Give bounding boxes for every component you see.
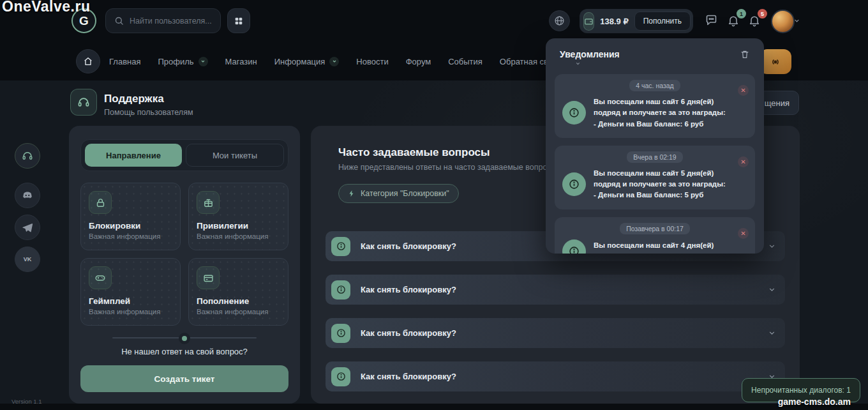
create-ticket-button[interactable]: Создать тикет [80, 365, 288, 392]
faq-question: Как снять блокировку? [361, 372, 456, 381]
wallet-icon [583, 12, 594, 31]
ticket-prompt: Не нашел ответ на свой вопрос? [80, 347, 288, 357]
user-avatar[interactable] [771, 10, 795, 33]
stream-live-button[interactable] [760, 49, 791, 74]
category-subtitle: Важная информация [197, 232, 280, 240]
messages-button[interactable] [705, 13, 718, 27]
close-icon[interactable]: ✕ [738, 85, 749, 96]
topup-button[interactable]: Пополнить [634, 11, 691, 31]
main-navigation: Главная Профиль Магазин Информация Новос… [109, 49, 575, 73]
tab-my-tickets[interactable]: Мои тикеты [186, 144, 284, 167]
logo-letter: G [79, 14, 89, 28]
faq-item[interactable]: Как снять блокировку? [326, 318, 785, 348]
notifications-dropdown: Уведомления 4 час. назад ✕ Вы посещали н… [546, 38, 764, 254]
nav-item-profile[interactable]: Профиль [158, 57, 207, 66]
slider-handle[interactable] [179, 333, 190, 344]
chat-icon [705, 13, 718, 27]
category-title: Привилегии [197, 221, 280, 231]
info-icon [331, 367, 350, 386]
lightning-icon [348, 190, 355, 197]
notifications-title: Уведомления [560, 49, 620, 59]
alerts-button-secondary[interactable]: 5 [748, 14, 762, 29]
info-icon [331, 324, 350, 343]
credit-card-icon [197, 266, 220, 289]
notification-time: Вчера в 02:19 [627, 151, 682, 163]
category-subtitle: Важная информация [89, 308, 172, 315]
chevron-down-icon [768, 285, 776, 294]
info-icon [562, 101, 586, 125]
close-icon[interactable]: ✕ [738, 228, 749, 239]
nav-item-forum[interactable]: Форум [406, 57, 431, 66]
headset-icon [22, 150, 33, 162]
watermark-onevalve: OneValve.ru [2, 0, 90, 15]
apps-grid-button[interactable] [227, 8, 250, 33]
support-panel: Направление Мои тикеты Блокировки Важная… [69, 126, 300, 404]
category-slider [80, 331, 288, 344]
nav-item-information[interactable]: Информация [274, 57, 340, 66]
chevron-down-icon [768, 242, 776, 250]
nav-item-shop[interactable]: Магазин [225, 57, 257, 66]
page-title: Поддержка [104, 93, 164, 105]
discord-icon [21, 189, 34, 202]
nav-item-home[interactable]: Главная [109, 57, 140, 66]
faq-item[interactable]: Как снять блокировку? [326, 275, 785, 305]
balance-amount: 138.9 ₽ [600, 17, 628, 26]
trash-icon [740, 49, 750, 59]
faq-list: Как снять блокировку? Как снять блокиров… [326, 231, 785, 404]
faq-question: Как снять блокировку? [361, 285, 456, 294]
profile-chevron-down-icon[interactable] [793, 17, 800, 24]
page: G 138.9 ₽ Пополнить 1 [0, 0, 868, 410]
category-card-privileges[interactable]: Привилегии Важная информация [188, 183, 288, 250]
vk-icon: VK [21, 253, 34, 266]
notification-item: Вчера в 02:19 ✕ Вы посещали наш сайт 5 д… [555, 146, 755, 209]
chevron-down-icon [575, 61, 620, 66]
nav-item-events[interactable]: События [448, 57, 483, 66]
category-card-blocks[interactable]: Блокировки Важная информация [80, 183, 181, 250]
category-card-gameplay[interactable]: Геймплей Важная информация [80, 258, 181, 326]
alerts-button-primary[interactable]: 1 [727, 14, 741, 29]
notification-text: Вы посещали наш сайт 5 дня(ей) подряд и … [594, 168, 726, 201]
vk-button[interactable]: VK [15, 247, 40, 272]
notification-item: 4 час. назад ✕ Вы посещали наш сайт 6 дн… [555, 74, 755, 138]
support-rail-button[interactable] [15, 143, 40, 169]
discord-button[interactable] [15, 183, 40, 208]
close-icon[interactable]: ✕ [738, 156, 749, 167]
gift-icon [197, 191, 220, 214]
svg-text:VK: VK [24, 256, 32, 262]
watermark-gamecms: game-cms.do.am [778, 397, 851, 407]
clear-notifications-button[interactable] [740, 49, 750, 59]
notifications-header: Уведомления [555, 48, 755, 66]
faq-category-chip[interactable]: Категория "Блокировки" [338, 184, 459, 203]
info-icon [331, 237, 350, 256]
info-icon [562, 172, 586, 196]
nav-home-button[interactable] [76, 49, 100, 73]
chevron-down-icon [329, 57, 339, 66]
grid-icon [234, 16, 244, 26]
info-icon [562, 239, 586, 254]
info-icon [331, 280, 350, 300]
footer-strip [0, 404, 868, 410]
alerts-badge-red: 5 [758, 9, 767, 19]
category-grid: Блокировки Важная информация Привилегии … [80, 183, 288, 326]
category-title: Геймплей [89, 296, 172, 306]
category-card-topup[interactable]: Пополнение Важная информация [188, 258, 288, 326]
page-subtitle: Помощь пользователям [104, 108, 193, 117]
category-title: Блокировки [89, 221, 172, 231]
telegram-button[interactable] [15, 215, 40, 240]
notification-item: Позавчера в 00:17 ✕ Вы посещали наш сайт… [555, 217, 755, 254]
search-icon [114, 16, 124, 26]
category-title: Пополнение [197, 296, 280, 306]
wallet-widget: 138.9 ₽ Пополнить [580, 9, 693, 33]
category-subtitle: Важная информация [89, 232, 172, 240]
faq-question: Как снять блокировку? [361, 328, 456, 338]
search-input[interactable] [130, 17, 212, 26]
language-button[interactable] [549, 10, 570, 31]
chevron-down-icon [768, 329, 776, 337]
faq-question: Как снять блокировку? [361, 241, 456, 251]
nav-item-news[interactable]: Новости [356, 57, 388, 66]
tab-directions[interactable]: Направление [85, 144, 182, 167]
faq-item[interactable]: Как снять блокировку? [326, 361, 785, 391]
support-headset-icon [70, 89, 97, 116]
user-search[interactable] [105, 8, 221, 33]
support-tabs: Направление Мои тикеты [80, 139, 288, 171]
